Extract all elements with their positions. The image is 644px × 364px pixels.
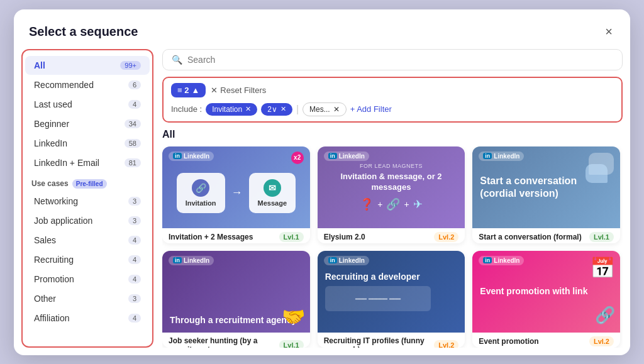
card2-title: Invitation & message, or 2 messages	[323, 172, 460, 193]
sidebar-item-beginner-label: Beginner	[34, 119, 69, 129]
sidebar-item-all-label: All	[34, 60, 45, 70]
main-content: 🔍 ≡ 2 ▲ ✕ Reset Filters Include :	[153, 49, 630, 348]
filter-tag-2v[interactable]: 2∨ ✕	[261, 103, 292, 116]
card1-footer: Invitation + 2 Messages Lvl.1	[162, 228, 310, 243]
sidebar-item-networking-badge: 3	[128, 197, 141, 206]
sidebar-item-last-used-badge: 4	[128, 100, 141, 109]
card6-image: in LinkedIn Event promotion with link 📅 …	[472, 251, 620, 333]
reset-filters-button[interactable]: ✕ Reset Filters	[211, 85, 266, 95]
modal-header: Select a sequence ×	[14, 9, 630, 41]
link2-icon: 🔗	[386, 197, 400, 211]
linkedin-icon5: in	[328, 257, 337, 263]
search-icon: 🔍	[172, 55, 182, 65]
card2-flow-icons: ❓ + 🔗 + ✈	[360, 197, 422, 211]
reset-filters-label: Reset Filters	[220, 85, 266, 95]
link-icon: 🔗	[192, 179, 209, 197]
card3-level: Lvl.1	[589, 232, 614, 242]
card5-image: in LinkedIn Recruiting a developer ━━━ ━…	[318, 251, 465, 333]
send2-icon: ✈	[413, 197, 423, 211]
use-cases-label: Use cases	[31, 179, 69, 188]
card-invitation-2messages[interactable]: in LinkedIn x2 🔗 Invitation → ✉	[162, 146, 310, 243]
use-cases-section-header: Use cases Pre-filled	[23, 173, 152, 191]
sidebar-item-sales[interactable]: Sales 4	[25, 231, 150, 250]
sidebar-item-sales-label: Sales	[34, 235, 56, 245]
section-title: All	[162, 129, 623, 140]
send-icon: ✉	[264, 179, 281, 197]
card6-name: Event promotion	[479, 337, 589, 346]
filter-tag-2v-remove[interactable]: ✕	[280, 105, 286, 113]
filter-row-top: ≡ 2 ▲ ✕ Reset Filters	[171, 83, 614, 97]
sidebar-item-job-application-label: Job application	[34, 216, 92, 226]
card-event-promotion[interactable]: in LinkedIn Event promotion with link 📅 …	[472, 251, 620, 348]
card6-footer: Event promotion Lvl.2	[472, 333, 620, 348]
card1-image: in LinkedIn x2 🔗 Invitation → ✉	[162, 146, 310, 228]
sidebar-item-networking-label: Networking	[34, 196, 78, 206]
card1-x2-badge: x2	[291, 152, 304, 164]
sidebar-item-recommended[interactable]: Recommended 6	[25, 75, 150, 94]
flow-arrow: →	[231, 186, 243, 199]
sidebar-item-linkedin-badge: 58	[125, 139, 141, 148]
sidebar-item-promotion[interactable]: Promotion 4	[25, 270, 150, 289]
sidebar-item-linkedin-email[interactable]: LinkedIn + Email 81	[25, 153, 150, 172]
card1-platform: in LinkedIn	[169, 152, 214, 161]
card1-name: Invitation + 2 Messages	[169, 233, 279, 241]
card-elysium[interactable]: in LinkedIn FOR LEAD MAGNETS Invitation …	[318, 146, 465, 243]
sidebar-item-linkedin-email-badge: 81	[125, 158, 141, 167]
card4-level: Lvl.1	[279, 340, 304, 348]
search-input[interactable]	[187, 55, 613, 65]
card4-title: Through a recruitment agency	[170, 315, 296, 326]
card3-title: Start a conversation(cordial version)	[480, 175, 577, 199]
sidebar-item-beginner[interactable]: Beginner 34	[25, 114, 150, 133]
sidebar-item-affiliation-label: Affiliation	[34, 313, 70, 323]
invitation-step: 🔗 Invitation	[177, 173, 225, 213]
filter-tag-invitation-label: Invitation	[212, 105, 242, 114]
sidebar-item-recommended-label: Recommended	[34, 80, 94, 90]
sidebar-item-last-used[interactable]: Last used 4	[25, 95, 150, 114]
modal-body: All 99+ Recommended 6 Last used 4 Beginn…	[14, 41, 630, 355]
card5-mockscreen: ━━━ ━━━━━ ━━━	[325, 286, 431, 311]
sidebar-item-other[interactable]: Other 3	[25, 289, 150, 308]
card-recruitment-agency[interactable]: in LinkedIn Through a recruitment agency…	[162, 251, 310, 348]
sidebar-item-linkedin-email-label: LinkedIn + Email	[34, 158, 99, 168]
pre-filled-badge: Pre-filled	[72, 179, 107, 189]
add-filter-button[interactable]: + Add Filter	[350, 104, 392, 114]
filter-tag-invitation-remove[interactable]: ✕	[245, 105, 251, 113]
card3-image: in LinkedIn Start a conversation(cordial…	[472, 146, 620, 228]
x-icon: ✕	[211, 85, 218, 95]
filter-count-button[interactable]: ≡ 2 ▲	[171, 83, 206, 97]
filter-box: ≡ 2 ▲ ✕ Reset Filters Include : Invitati…	[162, 77, 623, 123]
sidebar-item-recruiting[interactable]: Recruiting 4	[25, 250, 150, 269]
card-recruiting-developer[interactable]: in LinkedIn Recruiting a developer ━━━ ━…	[318, 251, 465, 348]
sidebar-item-other-label: Other	[34, 294, 56, 304]
linkedin-icon4: in	[173, 257, 182, 263]
sidebar: All 99+ Recommended 6 Last used 4 Beginn…	[21, 49, 153, 348]
sidebar-item-all[interactable]: All 99+	[25, 56, 150, 75]
card3-name: Start a conversation (formal)	[479, 233, 589, 241]
sidebar-item-networking[interactable]: Networking 3	[25, 192, 150, 211]
close-button[interactable]: ×	[602, 22, 615, 41]
card5-platform: in LinkedIn	[324, 256, 369, 265]
sidebar-item-recommended-badge: 6	[128, 80, 141, 89]
card5-level: Lvl.2	[434, 340, 458, 348]
sidebar-item-linkedin[interactable]: LinkedIn 58	[25, 134, 150, 153]
linkedin-icon: in	[173, 153, 182, 159]
handshake-icon: 🤝	[282, 306, 305, 328]
card3-content: Start a conversation(cordial version)	[472, 146, 620, 228]
sidebar-item-affiliation[interactable]: Affiliation 4	[25, 309, 150, 328]
filter-tag-invitation[interactable]: Invitation ✕	[206, 103, 257, 116]
chat-bubble2	[586, 164, 608, 183]
card4-name: Job seeker hunting (by a recruitment	[169, 336, 279, 348]
card5-name: Recruiting IT profiles (funny approach)	[324, 336, 435, 348]
card-grid: in LinkedIn x2 🔗 Invitation → ✉	[162, 146, 623, 348]
card-start-conversation[interactable]: in LinkedIn Start a conversation(cordial…	[472, 146, 620, 243]
card2-level: Lvl.2	[434, 232, 458, 242]
card3-footer: Start a conversation (formal) Lvl.1	[472, 228, 620, 243]
sidebar-item-other-badge: 3	[128, 294, 141, 303]
include-label: Include :	[171, 104, 202, 114]
filter-tag-mes[interactable]: Mes... ✕	[303, 102, 347, 116]
card4-platform: in LinkedIn	[169, 256, 214, 265]
sidebar-item-job-application[interactable]: Job application 3	[25, 211, 150, 230]
filter-tag-mes-remove[interactable]: ✕	[333, 105, 340, 114]
link-icon: 🔗	[595, 306, 615, 325]
sidebar-item-promotion-label: Promotion	[34, 274, 74, 284]
